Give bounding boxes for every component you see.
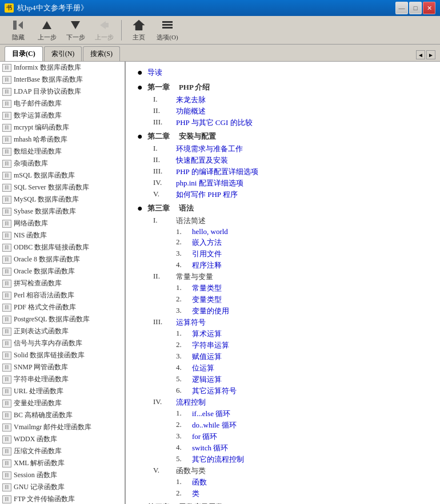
- sidebar-item[interactable]: 目InterBase 数据库函数库: [0, 74, 125, 86]
- sidebar-item[interactable]: 目数组处理函数库: [0, 146, 125, 158]
- sidebar-item[interactable]: 目压缩文件函数库: [0, 445, 125, 457]
- subitem-text[interactable]: 函数: [192, 477, 207, 487]
- sidebar-item-icon: 目: [2, 88, 11, 96]
- sidebar-item[interactable]: 目Solid 数据库链接函数库: [0, 349, 125, 361]
- item-text[interactable]: 环境需求与准备工作: [176, 144, 243, 154]
- tab-index[interactable]: 索引(N): [44, 46, 82, 61]
- sidebar-item[interactable]: 目NIS 函数库: [0, 229, 125, 241]
- subitem-text[interactable]: hello, world: [192, 227, 228, 236]
- subitem-text[interactable]: 位运算: [192, 363, 214, 373]
- home-button[interactable]: 主页: [125, 18, 153, 43]
- sidebar-item[interactable]: 目Session 函数库: [0, 469, 125, 481]
- sidebar-item[interactable]: 目URL 处理函数库: [0, 385, 125, 397]
- sidebar-item[interactable]: 目正则表达式函数库: [0, 325, 125, 337]
- subitem-text[interactable]: 赋值运算: [192, 352, 222, 362]
- sidebar-item[interactable]: 目Sybase 数据库函数库: [0, 205, 125, 217]
- sidebar-item[interactable]: 目FTP 文件传输函数库: [0, 493, 125, 504]
- item-text[interactable]: 如何写作 PHP 程序: [176, 189, 238, 200]
- sidebar-item[interactable]: 目字符串处理函数库: [0, 373, 125, 385]
- subitem-text[interactable]: switch 循环: [192, 443, 228, 453]
- sidebar-item[interactable]: 目杂项函数库: [0, 158, 125, 170]
- sidebar-item[interactable]: 目mhash 哈希函数库: [0, 134, 125, 146]
- sidebar-item-icon: 目: [2, 184, 11, 192]
- sidebar-item[interactable]: 目Vmailmgr 邮件处理函数库: [0, 421, 125, 433]
- sidebar-item[interactable]: 目PostgreSQL 数据库函数库: [0, 313, 125, 325]
- options-button[interactable]: 选项(O): [154, 18, 181, 43]
- sidebar-list: 目Informix 数据库函数库目InterBase 数据库函数库目LDAP 目…: [0, 62, 125, 504]
- hide-icon: [11, 18, 25, 32]
- minimize-button[interactable]: —: [395, 2, 408, 14]
- close-button[interactable]: ✕: [423, 2, 435, 14]
- subitem-text[interactable]: 逻辑运算: [192, 374, 222, 385]
- sidebar-item[interactable]: 目Informix 数据库函数库: [0, 62, 125, 74]
- sidebar-item[interactable]: 目MySQL 数据库函数库: [0, 193, 125, 205]
- item-text[interactable]: PHP 的编译配置详细选项: [176, 167, 258, 177]
- sidebar-item[interactable]: 目电子邮件函数库: [0, 98, 125, 110]
- toc-subitem: 4.switch 循环: [137, 443, 429, 453]
- subitem-text[interactable]: 变量类型: [192, 295, 222, 305]
- subitem-text[interactable]: 类: [192, 489, 199, 499]
- sidebar-item[interactable]: 目SNMP 网管函数库: [0, 361, 125, 373]
- subitem-text[interactable]: 常量类型: [192, 283, 222, 293]
- item-text[interactable]: 快速配置及安装: [176, 155, 228, 166]
- subitem-text[interactable]: 其它的流程控制: [192, 454, 244, 465]
- subitem-text[interactable]: 程序注释: [192, 260, 222, 271]
- sidebar-item[interactable]: 目mSQL 数据库函数库: [0, 170, 125, 182]
- subitem-text[interactable]: 变量的使用: [192, 306, 229, 316]
- sidebar-item[interactable]: 目WDDX 函数库: [0, 433, 125, 445]
- tab-search[interactable]: 搜索(S): [83, 46, 120, 61]
- sidebar-item[interactable]: 目XML 解析函数库: [0, 457, 125, 469]
- item-text[interactable]: 功能概述: [176, 106, 206, 116]
- sidebar-item[interactable]: 目Oracle 8 数据库函数库: [0, 253, 125, 265]
- item-text[interactable]: PHP 与其它 CGI 的比较: [176, 118, 253, 128]
- sidebar-item[interactable]: 目LDAP 目录协议函数库: [0, 86, 125, 98]
- sidebar-item-icon: 目: [2, 376, 11, 384]
- subitem-text[interactable]: for 循环: [192, 432, 217, 442]
- item-text[interactable]: 运算符号: [176, 317, 206, 328]
- sidebar-item[interactable]: 目ODBC 数据库链接函数库: [0, 241, 125, 253]
- subitem-text[interactable]: 嵌入方法: [192, 237, 222, 248]
- down-arrow-icon: [69, 18, 82, 32]
- back-button[interactable]: 上一步: [90, 18, 118, 43]
- sidebar-item[interactable]: 目BC 高精确度函数库: [0, 409, 125, 421]
- sidebar-item[interactable]: 目PDF 格式文件函数库: [0, 301, 125, 313]
- sidebar-item[interactable]: 目网络函数库: [0, 217, 125, 229]
- tab-right-arrow[interactable]: ►: [426, 50, 435, 59]
- prev-button[interactable]: 上一步: [33, 18, 61, 43]
- toc-link[interactable]: 导读: [147, 67, 162, 78]
- sidebar-item[interactable]: 目数学运算函数库: [0, 110, 125, 122]
- item-text[interactable]: 来龙去脉: [176, 95, 206, 105]
- sidebar-item-icon: 目: [2, 172, 11, 180]
- window-title: 杭hp4中文参考手册》: [17, 3, 88, 13]
- sidebar-item[interactable]: 目拼写检查函数库: [0, 277, 125, 289]
- sidebar-item-icon: 目: [2, 495, 11, 503]
- tab-left-arrow[interactable]: ◄: [416, 50, 425, 59]
- subitem-text[interactable]: if...else 循环: [192, 409, 230, 419]
- toc-item: IV.流程控制: [137, 397, 429, 408]
- item-text[interactable]: php.ini 配置详细选项: [176, 178, 243, 188]
- subitem-num: 4.: [176, 260, 192, 269]
- sidebar-item-icon: 目: [2, 76, 11, 84]
- sidebar-item[interactable]: 目信号与共享内存函数库: [0, 337, 125, 349]
- sidebar-item[interactable]: 目Oracle 数据库函数库: [0, 265, 125, 277]
- subitem-text[interactable]: 其它运算符号: [192, 386, 237, 396]
- window-controls[interactable]: — □ ✕: [395, 2, 435, 14]
- sidebar-item[interactable]: 目变量处理函数库: [0, 397, 125, 409]
- subitem-text[interactable]: 字符串运算: [192, 340, 229, 350]
- subitem-num: 3.: [176, 306, 192, 315]
- chapter-title-row: ●第三章 语法: [137, 203, 429, 213]
- sidebar-item[interactable]: 目Perl 相容语法函数库: [0, 289, 125, 301]
- sidebar-item[interactable]: 目SQL Server 数据库函数库: [0, 182, 125, 193]
- subitem-text[interactable]: 引用文件: [192, 249, 222, 259]
- hide-button[interactable]: 隐藏: [5, 18, 32, 43]
- tab-contents[interactable]: 目录(C): [5, 46, 43, 61]
- subitem-text[interactable]: 算术运算: [192, 329, 222, 339]
- toc-subitem: 4.程序注释: [137, 260, 429, 271]
- sidebar-item-icon: 目: [2, 160, 11, 168]
- item-text[interactable]: 流程控制: [176, 397, 206, 408]
- sidebar-item[interactable]: 目mcrypt 编码函数库: [0, 122, 125, 134]
- sidebar-item[interactable]: 目GNU 记录函数库: [0, 481, 125, 493]
- next-button[interactable]: 下一步: [62, 18, 89, 43]
- subitem-text[interactable]: do..while 循环: [192, 420, 237, 430]
- maximize-button[interactable]: □: [409, 2, 422, 14]
